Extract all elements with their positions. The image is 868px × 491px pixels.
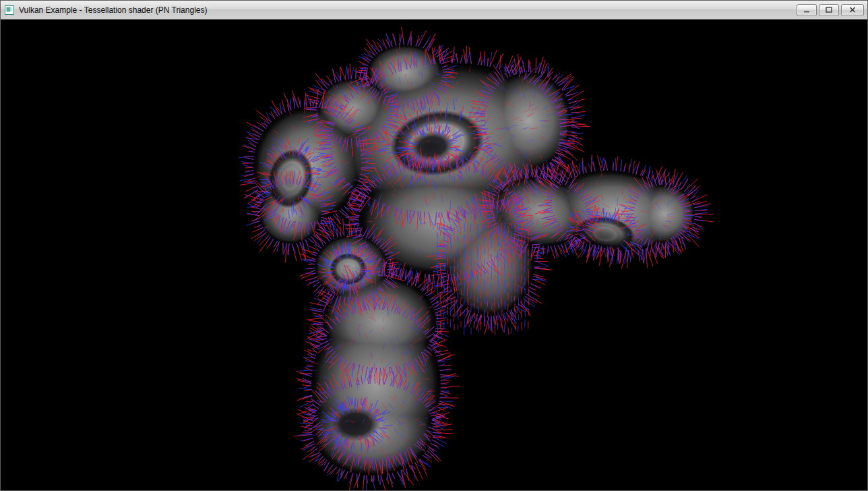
vulkan-app-icon — [4, 5, 15, 16]
render-viewport[interactable] — [1, 20, 867, 490]
window-title: Vulkan Example - Tessellation shader (PN… — [19, 5, 207, 15]
close-button[interactable] — [841, 4, 864, 16]
close-icon — [849, 7, 856, 13]
window-controls — [797, 4, 864, 16]
app-icon[interactable] — [4, 5, 15, 16]
maximize-button[interactable] — [819, 4, 839, 16]
minimize-icon — [803, 7, 810, 13]
app-window: Vulkan Example - Tessellation shader (PN… — [0, 0, 868, 491]
minimize-button[interactable] — [797, 4, 817, 16]
maximize-icon — [826, 7, 832, 13]
titlebar[interactable]: Vulkan Example - Tessellation shader (PN… — [1, 1, 867, 20]
render-canvas[interactable] — [1, 20, 867, 490]
